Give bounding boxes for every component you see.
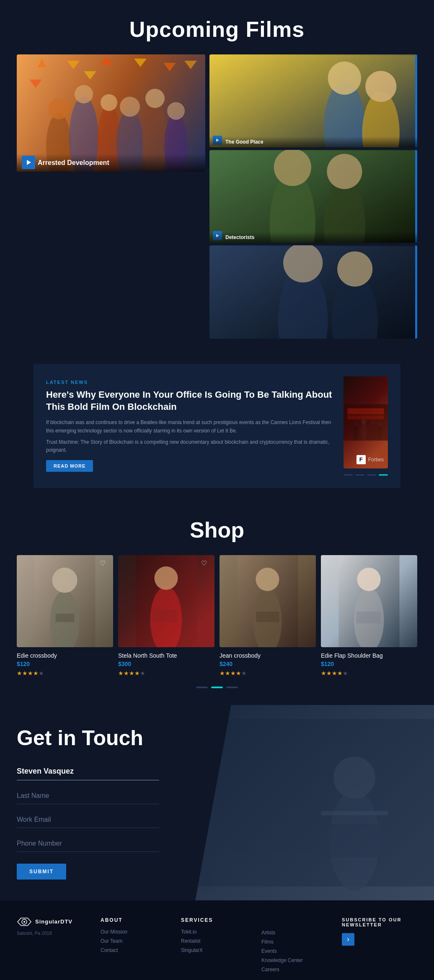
svg-rect-37 (348, 415, 384, 419)
svg-point-34 (337, 252, 372, 287)
newsletter-subscribe-button[interactable] (342, 933, 354, 946)
footer-logo-text: SingularDTV (35, 918, 72, 925)
news-dots (344, 474, 388, 476)
blue-bar-1 (415, 54, 417, 147)
svg-point-1 (48, 98, 69, 119)
first-name-field[interactable] (17, 763, 159, 780)
footer-about-title: ABOUT (101, 917, 164, 923)
footer-services-title: SERVICES (181, 917, 245, 923)
svg-point-5 (101, 94, 117, 111)
phone-field[interactable] (17, 836, 159, 852)
footer-link-contact[interactable]: Contact (101, 947, 164, 953)
svg-rect-49 (56, 614, 75, 622)
news-section: LATEST NEWS Here's Why Everyone In Your … (17, 364, 417, 488)
films-grid: Arrested Development (17, 54, 417, 339)
footer-services-col: SERVICES Tokit.io Rentalist SingularX (181, 917, 245, 957)
shop-grid: ♡ Edie crossbody $120 ★★★★★ ♡ (17, 555, 417, 676)
shop-section: Shop ♡ Edie crossbody $120 ★★★★★ (0, 501, 434, 705)
footer-link-events[interactable]: Events (261, 948, 325, 954)
side-film-1-label: The Good Place (209, 136, 417, 147)
shop-dot-1[interactable] (196, 687, 208, 688)
shop-item-2-price: $300 (118, 661, 214, 667)
footer-link-mission[interactable]: Our Mission (101, 929, 164, 935)
shop-item-4-stars: ★★★★★ (321, 670, 417, 676)
shop-item-2-wishlist[interactable]: ♡ (201, 559, 210, 568)
footer-extra-col: Artists Films Events Knowledge Center Ca… (261, 917, 325, 976)
side-film-2[interactable]: Detectorists (209, 150, 417, 243)
shop-item-3-stars: ★★★★★ (220, 670, 316, 676)
footer-link-artists[interactable]: Artists (261, 930, 325, 936)
shop-item-1-image: ♡ (17, 555, 113, 647)
main-film-card[interactable]: Arrested Development (17, 54, 205, 172)
footer-link-singularx[interactable]: SingularX (181, 947, 245, 953)
shop-dot-2[interactable] (211, 687, 223, 688)
svg-point-45 (378, 422, 382, 426)
blue-bar-2 (415, 150, 417, 243)
footer-link-rentalist[interactable]: Rentalist (181, 938, 245, 944)
footer-link-tokit[interactable]: Tokit.io (181, 929, 245, 935)
shop-item-1[interactable]: ♡ Edie crossbody $120 ★★★★★ (17, 555, 113, 676)
shop-item-1-stars: ★★★★★ (17, 670, 113, 676)
side-film-1[interactable]: The Good Place (209, 54, 417, 147)
last-name-field[interactable] (17, 788, 159, 804)
svg-point-29 (327, 154, 362, 189)
news-body-p1: If blockchain was and continues to drive… (46, 419, 335, 435)
news-body-p2: Trust Machine: The Story of Blockchain i… (46, 438, 335, 454)
blue-bar-3 (415, 245, 417, 338)
svg-rect-61 (356, 612, 381, 623)
email-field[interactable] (17, 812, 159, 828)
news-dot-2[interactable] (355, 474, 364, 476)
shop-dot-3[interactable] (226, 687, 238, 688)
shop-item-4-image (321, 555, 417, 647)
svg-rect-57 (256, 612, 279, 622)
svg-marker-14 (101, 57, 113, 65)
news-label: LATEST NEWS (46, 380, 335, 385)
main-film-label: Arrested Development (17, 154, 205, 172)
side-films-list: The Good Place Detect (209, 54, 417, 339)
forbes-icon: F (356, 455, 366, 464)
footer-link-team[interactable]: Our Team (101, 938, 164, 944)
svg-marker-15 (134, 59, 147, 67)
side-film-3[interactable] (209, 245, 417, 338)
news-dot-1[interactable] (344, 474, 353, 476)
footer: SingularDTV Satoshi, Pa 2018 ABOUT Our M… (0, 900, 434, 980)
svg-point-40 (361, 422, 367, 440)
svg-point-38 (353, 424, 358, 441)
svg-point-11 (167, 102, 185, 120)
submit-button[interactable]: SUBMIT (17, 864, 66, 880)
news-card: LATEST NEWS Here's Why Everyone In Your … (34, 364, 400, 488)
shop-item-1-wishlist[interactable]: ♡ (100, 559, 109, 568)
svg-marker-16 (163, 63, 176, 71)
svg-point-24 (365, 71, 396, 102)
side-film-2-label: Detectorists (209, 232, 417, 243)
footer-link-knowledge[interactable]: Knowledge Center (261, 957, 325, 963)
shop-item-4[interactable]: Edie Flap Shoulder Bag $120 ★★★★★ (321, 555, 417, 676)
svg-point-7 (120, 97, 140, 117)
shop-item-3-name: Jean crossbody (220, 652, 316, 659)
contact-section: Get in Touch SUBMIT (0, 705, 434, 900)
svg-point-9 (145, 89, 165, 108)
singulardtv-logo-icon (17, 917, 32, 926)
contact-title: Get in Touch (17, 726, 417, 750)
svg-point-22 (328, 62, 361, 95)
svg-marker-13 (67, 61, 80, 69)
svg-point-56 (256, 568, 279, 591)
read-more-button[interactable]: READ MORE (46, 460, 93, 472)
side-film-2-title: Detectorists (225, 234, 254, 240)
shop-item-2[interactable]: ♡ Stela North South Tote $300 ★★★★★ (118, 555, 214, 676)
footer-link-careers[interactable]: Careers (261, 967, 325, 972)
news-source: F Forbes (356, 455, 384, 464)
footer-newsletter-col: SUBSCRIBE TO OUR NEWSLETTER (342, 917, 417, 946)
contact-content: Get in Touch SUBMIT (17, 726, 417, 880)
main-film-play-button[interactable] (22, 156, 35, 169)
shop-item-2-name: Stela North South Tote (118, 652, 214, 659)
svg-point-42 (370, 424, 376, 440)
svg-marker-18 (29, 80, 42, 88)
upcoming-films-section: Upcoming Films (0, 0, 434, 351)
shop-item-3[interactable]: Jean crossbody $240 ★★★★★ (220, 555, 316, 676)
footer-link-films[interactable]: Films (261, 939, 325, 945)
news-dot-4[interactable] (379, 474, 388, 476)
shop-item-2-stars: ★★★★★ (118, 670, 214, 676)
shop-item-4-price: $120 (321, 661, 417, 667)
news-dot-3[interactable] (367, 474, 376, 476)
